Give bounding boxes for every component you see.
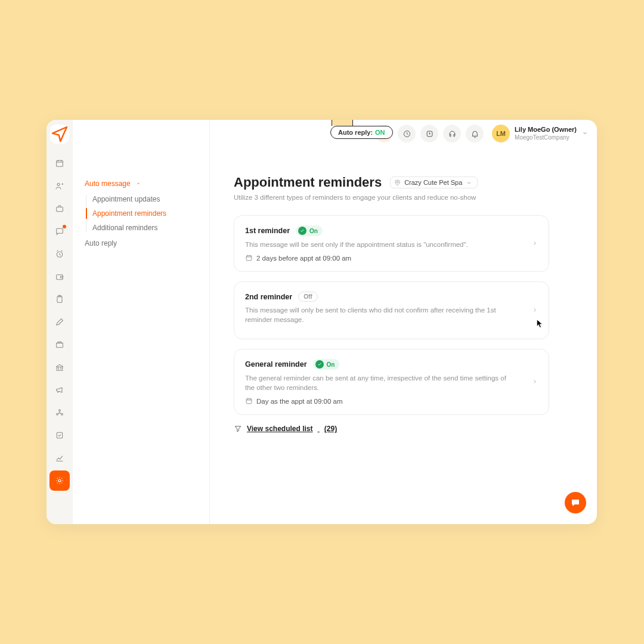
user-name: Lily MoeGo (Owner) — [515, 126, 577, 134]
location-icon — [394, 179, 401, 186]
sidebar-item-additional-reminders[interactable]: Additional reminders — [92, 224, 197, 232]
alarm-icon — [55, 249, 64, 259]
svg-point-11 — [57, 413, 58, 415]
clock-icon — [402, 129, 411, 138]
app-logo[interactable] — [50, 125, 69, 144]
reminder-title: 2nd reminder — [245, 293, 292, 301]
chevron-down-icon — [581, 129, 589, 138]
rail-messages[interactable] — [49, 221, 70, 242]
svg-rect-6 — [60, 276, 63, 278]
chart-line-icon — [55, 453, 64, 463]
chevron-right-icon — [532, 306, 538, 315]
reminder-schedule: 2 days before appt at 09:00 am — [245, 254, 518, 262]
settings-sidebar: Auto message Appointment updates Appoint… — [73, 120, 210, 524]
page-title: Appointment reminders — [234, 175, 382, 190]
autoreply-toggle[interactable]: Auto reply: ON — [330, 126, 393, 139]
bell-icon — [470, 129, 479, 138]
svg-point-1 — [57, 183, 60, 185]
main-content: Appointment reminders Crazy Cute Pet Spa… — [234, 175, 549, 433]
paper-plane-icon — [50, 125, 69, 144]
inbox-button[interactable] — [420, 125, 438, 143]
reminder-description: This message will only be sent to client… — [245, 305, 518, 324]
rail-clipboard[interactable] — [49, 289, 70, 309]
sidebar-group-auto-message[interactable]: Auto message — [85, 179, 197, 188]
reminder-card-2nd[interactable]: 2nd reminder Off This message will only … — [234, 281, 549, 339]
svg-rect-2 — [57, 207, 63, 211]
people-icon — [55, 181, 64, 191]
view-list-count: (29) — [324, 425, 337, 433]
gear-icon — [55, 476, 64, 485]
rail-reports[interactable] — [49, 448, 70, 468]
calendar-icon — [245, 254, 253, 262]
rail-calendar[interactable] — [49, 153, 70, 174]
svg-rect-19 — [246, 399, 252, 404]
svg-rect-0 — [57, 160, 63, 166]
calendar-icon — [55, 159, 64, 168]
bank-icon — [55, 363, 64, 372]
store-icon — [55, 340, 64, 349]
chevron-right-icon — [532, 378, 538, 386]
chat-bubble-icon — [570, 497, 581, 508]
app-window: Auto reply: ON LM Lily MoeGo (Owner) Moe… — [47, 120, 597, 524]
reminder-card-general[interactable]: General reminder On The general reminder… — [234, 349, 549, 415]
inbox-icon — [425, 129, 434, 138]
nodes-icon — [55, 408, 64, 417]
chevron-up-icon — [135, 181, 141, 187]
sidebar-item-appointment-updates[interactable]: Appointment updates — [92, 195, 197, 203]
user-menu[interactable]: LM Lily MoeGo (Owner) MoegoTestCompany — [492, 125, 589, 143]
sidebar-item-appointment-reminders[interactable]: Appointment reminders — [92, 209, 197, 218]
reminder-card-1st[interactable]: 1st reminder On This message will be sen… — [234, 215, 549, 272]
rail-network[interactable] — [49, 402, 70, 423]
reminder-schedule: Day as the appt at 09:00 am — [245, 397, 518, 405]
headset-icon — [448, 129, 457, 138]
rail-clock[interactable] — [49, 244, 70, 264]
reminder-description: The general reminder can be sent at any … — [245, 373, 518, 392]
notifications-button[interactable] — [466, 125, 484, 143]
rail-settings[interactable] — [49, 470, 70, 491]
page-subtitle: Utilize 3 different types of reminders t… — [234, 194, 549, 201]
svg-rect-3 — [57, 228, 63, 233]
svg-point-12 — [61, 413, 63, 415]
pencil-icon — [55, 317, 64, 327]
check-icon — [315, 360, 324, 369]
rail-bank[interactable] — [49, 357, 70, 377]
briefcase-icon — [55, 204, 64, 213]
status-badge-off: Off — [298, 292, 317, 302]
reminder-title: General reminder — [245, 360, 307, 369]
rail-retail[interactable] — [49, 335, 70, 355]
reminder-title: 1st reminder — [245, 227, 290, 235]
recent-button[interactable] — [398, 125, 416, 143]
status-badge-on: On — [296, 225, 323, 236]
rail-people[interactable] — [49, 176, 70, 196]
pill-tail-icon — [332, 120, 353, 126]
location-selector[interactable]: Crazy Cute Pet Spa — [390, 177, 478, 188]
rail-checkbox[interactable] — [49, 425, 70, 445]
support-button[interactable] — [443, 125, 461, 143]
sidebar-group-label: Auto message — [85, 179, 131, 188]
autoreply-label: Auto reply: — [338, 129, 373, 136]
view-scheduled-list-link[interactable]: View scheduled list (29) — [234, 425, 549, 433]
rail-briefcase[interactable] — [49, 199, 70, 219]
avatar: LM — [492, 125, 510, 143]
rail-wallet[interactable] — [49, 267, 70, 287]
view-list-label: View scheduled list — [247, 425, 312, 433]
chat-widget[interactable] — [565, 492, 586, 513]
rail-marketing[interactable] — [49, 380, 70, 400]
filter-icon — [234, 425, 242, 433]
svg-point-10 — [59, 410, 61, 411]
clipboard-icon — [55, 295, 64, 304]
megaphone-icon — [55, 385, 64, 395]
wallet-icon — [55, 272, 64, 281]
status-badge-on: On — [313, 359, 340, 370]
location-name: Crazy Cute Pet Spa — [404, 179, 462, 186]
sidebar-item-auto-reply[interactable]: Auto reply — [85, 239, 117, 247]
checkbox-icon — [55, 431, 64, 440]
svg-rect-5 — [57, 275, 63, 280]
left-rail — [47, 120, 73, 524]
user-company: MoegoTestCompany — [515, 134, 577, 141]
rail-edit[interactable] — [49, 312, 70, 332]
chevron-right-icon — [532, 240, 538, 248]
calendar-icon — [245, 397, 253, 405]
reminder-description: This message will be sent only if the ap… — [245, 240, 518, 249]
svg-rect-9 — [57, 343, 63, 347]
